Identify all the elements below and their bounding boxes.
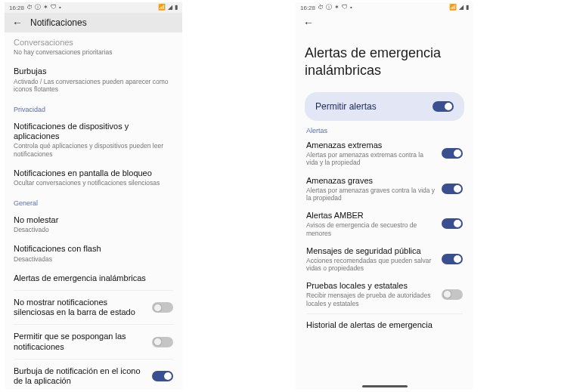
status-icon: ⓘ bbox=[326, 5, 332, 11]
setting-title: Alertas de emergencia inalámbricas bbox=[14, 273, 173, 283]
setting-subtitle: Alertas por amenazas extremas contra la … bbox=[306, 151, 436, 166]
setting-title: No mostrar notificaciones silenciosas en… bbox=[14, 298, 146, 317]
status-icon: ⏱ bbox=[318, 5, 324, 11]
signal-icon: ◢ bbox=[459, 5, 464, 11]
setting-no-mostrar-silenciosas[interactable]: No mostrar notificaciones silenciosas en… bbox=[14, 292, 173, 323]
setting-subtitle: Desactivadas bbox=[14, 255, 173, 263]
statusbar: 16:28 ⏱ ⓘ ✶ 🛡 • 📶 ◢ ▮ bbox=[296, 2, 473, 13]
setting-title: No molestar bbox=[14, 215, 173, 225]
nav-pill[interactable] bbox=[362, 385, 408, 387]
setting-title: Pruebas locales y estatales bbox=[306, 281, 436, 291]
setting-title: Alertas AMBER bbox=[306, 211, 436, 221]
toggle-amenazas-extremas[interactable] bbox=[442, 148, 463, 159]
setting-mensajes-seguridad[interactable]: Mensajes de seguridad públicaAcciones re… bbox=[306, 242, 463, 277]
setting-title: Burbuja de notificación en el icono de l… bbox=[14, 366, 146, 386]
status-icon: ⏱ bbox=[26, 5, 33, 11]
toggle-no-mostrar-silenciosas[interactable] bbox=[152, 302, 173, 313]
setting-title: Amenazas extremas bbox=[306, 140, 436, 150]
setting-subtitle: Activado / Las conversaciones pueden apa… bbox=[14, 78, 173, 93]
setting-title: Burbujas bbox=[14, 66, 173, 76]
header: ← bbox=[296, 13, 473, 32]
back-button[interactable]: ← bbox=[303, 17, 314, 28]
divider bbox=[14, 359, 173, 360]
setting-amenazas-graves[interactable]: Amenazas gravesAlertas por amenazas grav… bbox=[306, 171, 463, 207]
settings-list[interactable]: Alertas de emergencia inalámbricas Permi… bbox=[296, 32, 473, 389]
section-label: General bbox=[14, 199, 173, 207]
clock-text: 16:28 bbox=[300, 5, 315, 11]
toggle-burbuja-icono-app[interactable] bbox=[152, 371, 173, 381]
divider bbox=[14, 324, 173, 325]
status-icon: • bbox=[59, 5, 61, 11]
phone-right-emergency-alerts: 16:28 ⏱ ⓘ ✶ 🛡 • 📶 ◢ ▮ ← Alertas de emerg… bbox=[296, 2, 473, 389]
setting-no-molestar[interactable]: No molestarDesactivado bbox=[14, 210, 173, 239]
toggle-alertas-amber[interactable] bbox=[442, 218, 463, 229]
status-icon: 🛡 bbox=[342, 5, 348, 11]
setting-amenazas-extremas[interactable]: Amenazas extremasAlertas por amenazas ex… bbox=[306, 136, 463, 171]
wifi-icon: 📶 bbox=[158, 5, 166, 11]
clock-text: 16:28 bbox=[9, 5, 24, 11]
setting-title: Permitir que se pospongan las notificaci… bbox=[14, 332, 146, 351]
battery-icon: ▮ bbox=[466, 5, 469, 11]
wifi-icon: 📶 bbox=[449, 5, 457, 11]
status-icon: • bbox=[350, 5, 352, 11]
status-icon: ✶ bbox=[43, 5, 48, 11]
toggle-pruebas-locales[interactable] bbox=[442, 289, 463, 300]
setting-burbujas[interactable]: BurbujasActivado / Las conversaciones pu… bbox=[14, 61, 173, 98]
page-title: Alertas de emergencia inalámbricas bbox=[296, 32, 473, 88]
page-title: Notificaciones bbox=[30, 17, 87, 28]
status-icon: ✶ bbox=[334, 5, 340, 11]
setting-notif-disp-apps[interactable]: Notificaciones de dispositivos y aplicac… bbox=[14, 116, 173, 163]
signal-icon: ◢ bbox=[168, 5, 172, 11]
settings-list[interactable]: ConversacionesNo hay conversaciones prio… bbox=[5, 32, 182, 389]
setting-notif-flash[interactable]: Notificaciones con flashDesactivadas bbox=[14, 239, 173, 267]
setting-burbuja-icono-app[interactable]: Burbuja de notificación en el icono de l… bbox=[14, 361, 173, 389]
setting-pruebas-locales[interactable]: Pruebas locales y estatalesRecibir mensa… bbox=[306, 276, 463, 312]
toggle-mensajes-seguridad[interactable] bbox=[442, 254, 463, 264]
setting-notif-lock[interactable]: Notificaciones en pantalla de bloqueoOcu… bbox=[14, 163, 173, 192]
setting-conversaciones[interactable]: ConversacionesNo hay conversaciones prio… bbox=[14, 32, 173, 61]
divider bbox=[306, 313, 463, 314]
setting-title: Conversaciones bbox=[14, 38, 173, 48]
setting-title: Amenazas graves bbox=[306, 176, 436, 186]
divider bbox=[14, 290, 173, 291]
back-button[interactable]: ← bbox=[12, 17, 23, 28]
setting-permitir-pospongan[interactable]: Permitir que se pospongan las notificaci… bbox=[14, 326, 173, 357]
setting-title: Notificaciones con flash bbox=[14, 244, 173, 254]
setting-alertas-emerg[interactable]: Alertas de emergencia inalámbricas bbox=[14, 268, 173, 289]
setting-subtitle: Recibir mensajes de prueba de autoridade… bbox=[306, 292, 436, 307]
status-icon: ⓘ bbox=[35, 5, 41, 11]
setting-title: Notificaciones de dispositivos y aplicac… bbox=[14, 122, 173, 141]
setting-subtitle: No hay conversaciones prioritarias bbox=[14, 48, 173, 56]
setting-subtitle: Ocultar conversaciones y notificaciones … bbox=[14, 179, 173, 187]
section-label: Privacidad bbox=[14, 106, 173, 113]
setting-subtitle: Alertas por amenazas graves contra la vi… bbox=[306, 187, 436, 202]
toggle-permitir-pospongan[interactable] bbox=[152, 337, 173, 347]
setting-title: Notificaciones en pantalla de bloqueo bbox=[14, 168, 173, 178]
setting-title: Historial de alertas de emergencia bbox=[306, 320, 463, 330]
setting-title: Mensajes de seguridad pública bbox=[306, 246, 436, 256]
setting-historial-alertas[interactable]: Historial de alertas de emergencia bbox=[306, 316, 463, 335]
statusbar: 16:28 ⏱ ⓘ ✶ 🛡 • 📶 ◢ ▮ bbox=[5, 2, 182, 13]
permit-alerts-label: Permitir alertas bbox=[315, 101, 377, 112]
setting-subtitle: Controla qué aplicaciones y dispositivos… bbox=[14, 142, 173, 157]
phone-left-notifications: 16:28 ⏱ ⓘ ✶ 🛡 • 📶 ◢ ▮ ← Notificaciones C… bbox=[5, 2, 182, 389]
header: ← Notificaciones bbox=[5, 13, 182, 32]
battery-icon: ▮ bbox=[175, 5, 178, 11]
setting-subtitle: Desactivado bbox=[14, 226, 173, 233]
status-icon: 🛡 bbox=[51, 5, 57, 11]
toggle-amenazas-graves[interactable] bbox=[442, 184, 463, 194]
setting-alertas-amber[interactable]: Alertas AMBERAvisos de emergencia de sec… bbox=[306, 206, 463, 242]
permit-alerts-toggle[interactable] bbox=[433, 101, 454, 112]
setting-subtitle: Acciones recomendadas que pueden salvar … bbox=[306, 257, 436, 272]
setting-subtitle: Avisos de emergencia de secuestro de men… bbox=[306, 221, 436, 236]
section-label: Alertas bbox=[306, 127, 463, 134]
permit-alerts-card[interactable]: Permitir alertas bbox=[305, 92, 464, 121]
